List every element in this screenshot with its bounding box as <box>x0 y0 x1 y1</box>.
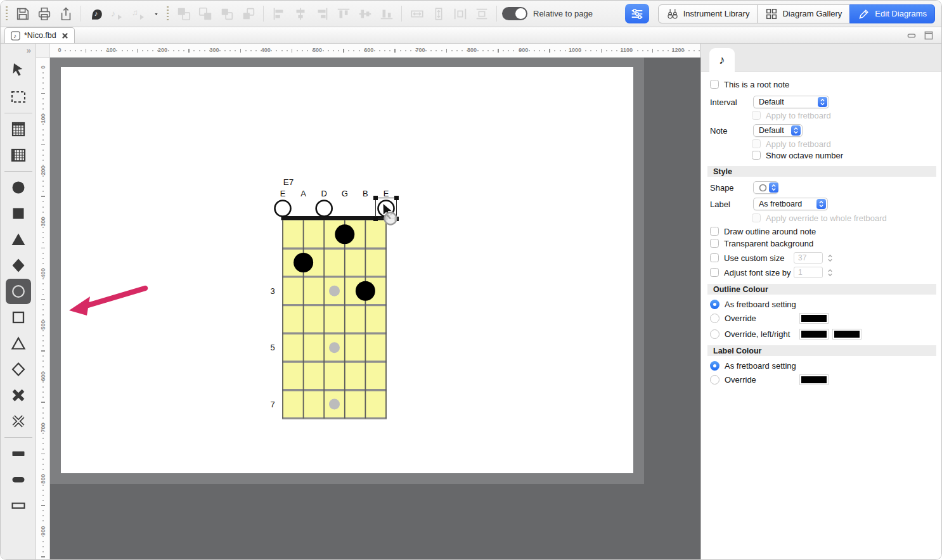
maximize-view-icon[interactable] <box>924 30 934 41</box>
fretboard-horizontal-tool[interactable] <box>6 143 31 168</box>
stepper-icon <box>816 199 826 209</box>
interval-dropdown[interactable]: Default <box>753 96 829 108</box>
root-note-row: This is a root note <box>710 79 935 89</box>
relative-to-page-control: Relative to page <box>502 7 593 20</box>
palette-overflow-chevron[interactable]: » <box>27 46 31 55</box>
shape-circle-glyph <box>759 184 767 192</box>
instrument-library-button[interactable]: Instrument Library <box>658 4 758 23</box>
note-x-filled-tool[interactable] <box>6 383 31 408</box>
outline-right-swatch[interactable] <box>832 329 861 340</box>
note-square-filled-tool[interactable] <box>6 201 31 226</box>
select-tool[interactable] <box>6 58 31 84</box>
panel-body: This is a root note Interval Default App… <box>701 79 941 385</box>
edit-diagrams-button[interactable]: Edit Diagrams <box>849 4 935 23</box>
style-section-header: Style <box>707 166 936 177</box>
ruler-label: 1000 <box>569 47 581 53</box>
draw-outline-checkbox[interactable] <box>710 227 719 236</box>
note-triangle-filled-tool[interactable] <box>6 227 31 252</box>
label-row: Label As fretboard <box>710 198 935 210</box>
ruler-label: 300 <box>209 47 219 53</box>
tab-close-icon[interactable] <box>61 32 68 39</box>
selection-handle[interactable] <box>394 196 399 200</box>
note-dropdown[interactable]: Default <box>753 124 803 137</box>
use-custom-size-checkbox[interactable] <box>710 253 719 262</box>
ruler-label: 500 <box>313 47 322 53</box>
bar-outline-tool[interactable] <box>6 493 31 518</box>
transparent-bg-label: Transparent background <box>724 239 813 248</box>
bar-rounded-tool[interactable] <box>6 467 31 492</box>
play-note-icon: ♪ <box>110 6 126 22</box>
print-icon[interactable] <box>36 6 52 22</box>
save-icon[interactable] <box>15 6 30 22</box>
outline-as-fretboard-radio[interactable] <box>710 300 719 309</box>
label-override-radio[interactable] <box>710 375 719 385</box>
custom-size-stepper-icon <box>827 254 833 262</box>
document-tab-title: *Nico.fbd <box>24 31 56 40</box>
root-note-checkbox[interactable] <box>710 80 719 89</box>
export-icon[interactable] <box>58 6 74 22</box>
fretboard-vertical-tool[interactable] <box>6 117 31 142</box>
nut <box>281 216 388 220</box>
outline-left-swatch[interactable] <box>799 329 829 340</box>
override-whole-row: Apply override to whole fretboard <box>752 213 935 223</box>
toolbar-separator <box>263 6 264 22</box>
outline-override-radio[interactable] <box>710 314 719 323</box>
label-label: Label <box>710 200 753 209</box>
note-apply-label: Apply to fretboard <box>766 139 831 149</box>
marquee-tool[interactable] <box>6 84 31 110</box>
relative-to-page-toggle[interactable] <box>502 7 527 20</box>
note-square-outline-tool[interactable] <box>6 305 31 330</box>
dropdown-caret-icon[interactable] <box>153 6 160 22</box>
settings-sliders-button[interactable] <box>625 4 649 23</box>
open-string-note[interactable] <box>275 201 291 217</box>
selection-handle[interactable] <box>373 196 378 200</box>
note-circle-filled-tool[interactable] <box>6 175 31 200</box>
transparent-bg-checkbox[interactable] <box>710 239 719 248</box>
note-diamond-filled-tool[interactable] <box>6 253 31 278</box>
outline-override-lr-radio[interactable] <box>710 329 719 339</box>
diagram-title[interactable]: E7 <box>283 177 294 187</box>
label-override-swatch[interactable] <box>799 374 829 385</box>
label-value: As fretboard <box>759 200 813 208</box>
note-diamond-outline-tool[interactable] <box>6 357 31 382</box>
bar-filled-tool[interactable] <box>6 441 31 466</box>
note-triangle-outline-tool[interactable] <box>6 331 31 356</box>
ruler-label: 400 <box>261 47 271 53</box>
document-tab[interactable]: ♪ *Nico.fbd <box>4 27 75 43</box>
use-custom-size-label: Use custom size <box>724 253 794 263</box>
note-icon: ♪ <box>719 53 725 67</box>
outline-override-swatch[interactable] <box>799 313 829 324</box>
open-string-note[interactable] <box>316 201 332 217</box>
fretboard-diagram[interactable]: E7EADGBE357 <box>261 177 406 425</box>
stepper-icon <box>791 125 801 136</box>
shape-row: Shape <box>710 181 935 194</box>
note-circle-outline-tool[interactable] <box>6 279 31 304</box>
octave-row: Show octave number <box>752 150 935 160</box>
drawing-canvas[interactable]: E7EADGBE357 <box>50 58 701 559</box>
shape-dropdown[interactable] <box>753 181 778 194</box>
adjust-font-size-checkbox[interactable] <box>710 268 719 277</box>
label-as-fretboard-radio[interactable] <box>710 361 719 371</box>
label-dropdown[interactable]: As fretboard <box>753 198 828 210</box>
show-octave-checkbox[interactable] <box>752 151 761 160</box>
selection-handle[interactable] <box>373 217 378 221</box>
note-dot[interactable] <box>356 281 375 301</box>
diagram-gallery-button[interactable]: Diagram Gallery <box>757 4 850 23</box>
string-label: B <box>363 189 368 198</box>
note-dot[interactable] <box>294 253 313 272</box>
palette-separator <box>4 113 32 113</box>
note-properties-tab[interactable]: ♪ <box>709 48 735 72</box>
note-x-outline-tool[interactable] <box>6 409 31 434</box>
group-icon <box>176 6 191 22</box>
canvas-wrap: 0100200300400500600700800900100011001200… <box>36 44 701 559</box>
note-dot[interactable] <box>335 224 354 244</box>
palette-separator <box>4 437 32 438</box>
gallery-icon <box>765 6 778 22</box>
palette-tools <box>1 58 35 518</box>
ruler-label: 1100 <box>621 47 633 53</box>
ruler-label: 900 <box>519 47 528 53</box>
label-as-fretboard-row: As fretboard setting <box>710 360 935 371</box>
listen-icon[interactable]: ♪ <box>88 6 104 22</box>
minimize-view-icon[interactable] <box>907 30 917 41</box>
fretboard[interactable] <box>282 220 387 419</box>
